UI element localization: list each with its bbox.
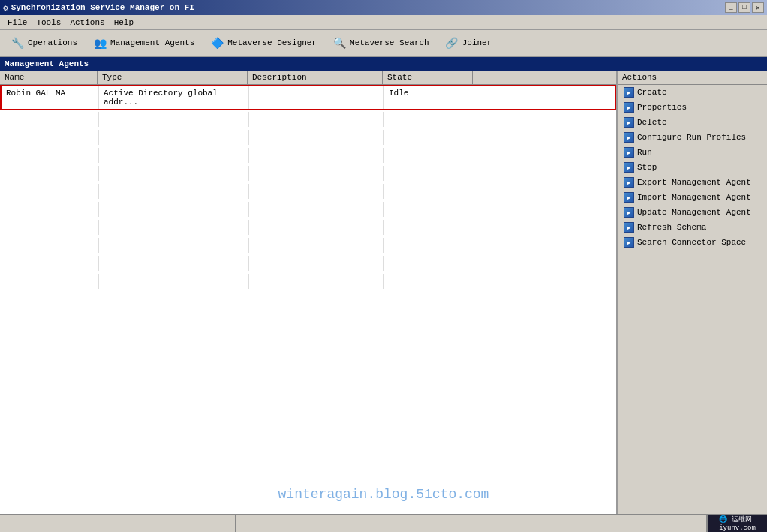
restore-button[interactable]: □ <box>738 2 750 13</box>
title-bar-buttons: _ □ ✕ <box>725 2 764 13</box>
management-agents-header: Management Agents <box>0 57 767 71</box>
import-label: Import Management Agent <box>637 193 751 202</box>
bottom-status-bar: 🌐 运维网iyunv.com <box>0 514 767 532</box>
menu-actions[interactable]: Actions <box>65 17 109 29</box>
table-row <box>0 128 616 146</box>
create-label: Create <box>637 88 667 97</box>
close-button[interactable]: ✕ <box>752 2 764 13</box>
create-icon: ▶ <box>624 87 634 98</box>
minimize-button[interactable]: _ <box>725 2 737 13</box>
title-bar-left: ⚙ Synchronization Service Manager on FI <box>3 3 194 13</box>
bottom-logo: 🌐 运维网iyunv.com <box>707 515 767 533</box>
joiner-button[interactable]: 🔗 Joiner <box>438 32 499 53</box>
table-area: Name Type Description State Robin GAL MA… <box>0 71 617 529</box>
export-icon: ▶ <box>624 177 634 188</box>
status-cell-1 <box>0 515 236 532</box>
action-export[interactable]: ▶ Export Management Agent <box>618 175 767 190</box>
run-icon: ▶ <box>624 147 634 158</box>
management-agents-button[interactable]: 👥 Management Agents <box>86 32 201 53</box>
action-properties[interactable]: ▶ Properties <box>618 100 767 115</box>
refresh-icon: ▶ <box>624 222 634 233</box>
search-connector-icon: ▶ <box>624 237 634 248</box>
import-icon: ▶ <box>624 192 634 203</box>
logo-text: 🌐 运维网iyunv.com <box>719 515 756 532</box>
stop-icon: ▶ <box>624 162 634 173</box>
operations-label: Operations <box>28 38 77 47</box>
action-run[interactable]: ▶ Run <box>618 145 767 160</box>
table-row <box>0 200 616 218</box>
stop-label: Stop <box>637 163 657 172</box>
status-cell-3 <box>471 515 707 532</box>
metaverse-designer-label: Metaverse Designer <box>227 38 317 47</box>
table-row[interactable]: Robin GAL MA Active Directory global add… <box>0 85 616 110</box>
window-title: Synchronization Service Manager on FI <box>11 3 194 12</box>
run-label: Run <box>637 148 652 157</box>
properties-label: Properties <box>637 103 687 112</box>
app-icon: ⚙ <box>3 3 8 13</box>
joiner-icon: 🔗 <box>444 35 459 50</box>
table-row <box>0 182 616 200</box>
delete-icon: ▶ <box>624 117 634 128</box>
search-connector-label: Search Connector Space <box>637 238 746 247</box>
joiner-label: Joiner <box>462 38 492 47</box>
management-agents-icon: 👥 <box>92 35 107 50</box>
menu-file[interactable]: File <box>3 17 32 29</box>
metaverse-search-button[interactable]: 🔍 Metaverse Search <box>325 32 436 53</box>
properties-icon: ▶ <box>624 102 634 113</box>
action-create[interactable]: ▶ Create <box>618 85 767 100</box>
action-stop[interactable]: ▶ Stop <box>618 160 767 175</box>
col-type: Type <box>98 71 248 84</box>
row-description <box>249 86 384 109</box>
action-import[interactable]: ▶ Import Management Agent <box>618 190 767 205</box>
toolbar: 🔧 Operations 👥 Management Agents 🔷 Metav… <box>0 30 767 57</box>
update-icon: ▶ <box>624 207 634 218</box>
metaverse-search-icon: 🔍 <box>332 35 347 50</box>
metaverse-designer-button[interactable]: 🔷 Metaverse Designer <box>203 32 323 53</box>
management-agents-label: Management Agents <box>110 38 194 47</box>
configure-label: Configure Run Profiles <box>637 133 746 142</box>
menu-tools[interactable]: Tools <box>32 17 65 29</box>
export-label: Export Management Agent <box>637 178 751 187</box>
table-row <box>0 218 616 236</box>
table-row <box>0 146 616 164</box>
actions-header: Actions <box>618 71 767 85</box>
status-cell-2 <box>236 515 471 532</box>
table-row <box>0 254 616 272</box>
row-name: Robin GAL MA <box>2 86 99 109</box>
operations-icon: 🔧 <box>10 35 25 50</box>
action-search-connector[interactable]: ▶ Search Connector Space <box>618 235 767 250</box>
col-state: State <box>383 71 473 84</box>
metaverse-designer-icon: 🔷 <box>209 35 224 50</box>
refresh-label: Refresh Schema <box>637 223 706 232</box>
table-row <box>0 110 616 128</box>
table-header: Name Type Description State <box>0 71 616 85</box>
action-refresh-schema[interactable]: ▶ Refresh Schema <box>618 220 767 235</box>
menu-help[interactable]: Help <box>110 17 138 29</box>
action-update[interactable]: ▶ Update Management Agent <box>618 205 767 220</box>
table-row <box>0 272 616 290</box>
actions-panel: Actions ▶ Create ▶ Properties ▶ Delete ▶… <box>617 71 767 529</box>
action-delete[interactable]: ▶ Delete <box>618 115 767 130</box>
col-description: Description <box>248 71 383 84</box>
title-bar: ⚙ Synchronization Service Manager on FI … <box>0 0 767 15</box>
row-type: Active Directory global addr... <box>99 86 249 109</box>
table-body: Robin GAL MA Active Directory global add… <box>0 85 616 516</box>
action-configure-run-profiles[interactable]: ▶ Configure Run Profiles <box>618 130 767 145</box>
table-row <box>0 236 616 254</box>
table-row <box>0 164 616 182</box>
menu-bar: File Tools Actions Help <box>0 15 767 30</box>
update-label: Update Management Agent <box>637 208 751 217</box>
configure-icon: ▶ <box>624 132 634 143</box>
metaverse-search-label: Metaverse Search <box>350 38 429 47</box>
delete-label: Delete <box>637 118 667 127</box>
row-state: Idle <box>384 86 474 109</box>
col-name: Name <box>0 71 98 84</box>
operations-button[interactable]: 🔧 Operations <box>3 32 84 53</box>
main-area: Name Type Description State Robin GAL MA… <box>0 71 767 529</box>
